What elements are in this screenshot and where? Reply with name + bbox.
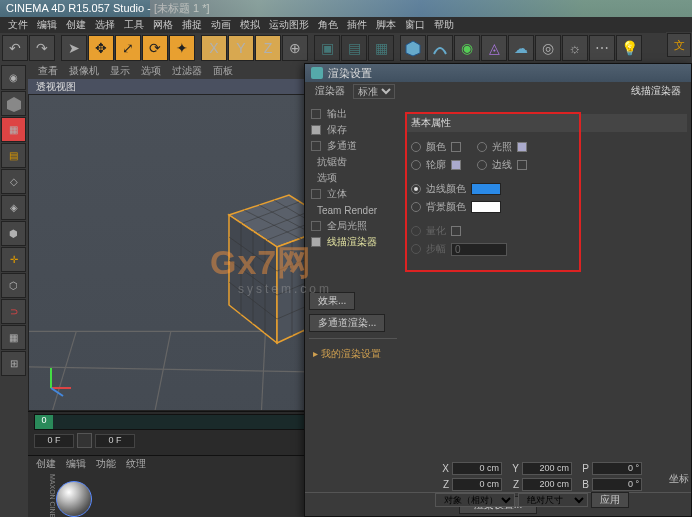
vp-tab-panel[interactable]: 面板 bbox=[213, 64, 233, 78]
vp-tab-camera[interactable]: 摄像机 bbox=[69, 64, 99, 78]
cat-stereo[interactable]: 立体 bbox=[307, 186, 399, 202]
render-settings-dialog: 渲染设置 渲染器 标准 线描渲染器 输出 保存 多通道 抗锯齿 选项 立体 Te… bbox=[304, 63, 692, 517]
menu-tools[interactable]: 工具 bbox=[124, 18, 144, 32]
camera-button[interactable]: ◎ bbox=[535, 35, 561, 61]
coord-sz-label: Z bbox=[505, 479, 519, 490]
more-button[interactable]: ⋯ bbox=[589, 35, 615, 61]
live-select-tool[interactable]: ◉ bbox=[1, 65, 26, 90]
multipass-button[interactable]: 多通道渲染... bbox=[309, 314, 385, 332]
axis-x-toggle[interactable]: X bbox=[201, 35, 227, 61]
main-menubar: 文件 编辑 创建 选择 工具 网格 捕捉 动画 模拟 运动图形 角色 插件 脚本… bbox=[0, 17, 692, 33]
goto-start-button[interactable] bbox=[77, 433, 92, 448]
coord-x-label: X bbox=[435, 463, 449, 474]
rot-p-field[interactable]: 0 ° bbox=[592, 462, 642, 475]
vp-tab-filter[interactable]: 过滤器 bbox=[172, 64, 202, 78]
cat-options[interactable]: 选项 bbox=[307, 170, 399, 186]
move-tool[interactable]: ✥ bbox=[88, 35, 114, 61]
undo-button[interactable]: ↶ bbox=[2, 35, 28, 61]
cat-multipass[interactable]: 多通道 bbox=[307, 138, 399, 154]
cat-wire-renderer[interactable]: 线描渲染器 bbox=[307, 234, 399, 250]
menu-file[interactable]: 文件 bbox=[8, 18, 28, 32]
size-y-field[interactable]: 200 cm bbox=[522, 462, 572, 475]
tip-button[interactable]: 💡 bbox=[616, 35, 642, 61]
menu-mesh[interactable]: 网格 bbox=[153, 18, 173, 32]
menu-plugins[interactable]: 插件 bbox=[347, 18, 367, 32]
cube-primitive-button[interactable] bbox=[400, 35, 426, 61]
menu-simulate[interactable]: 模拟 bbox=[240, 18, 260, 32]
redo-button[interactable]: ↷ bbox=[29, 35, 55, 61]
spline-button[interactable] bbox=[427, 35, 453, 61]
size-mode-dropdown[interactable]: 绝对尺寸 bbox=[518, 493, 588, 507]
start-frame-field[interactable]: 0 F bbox=[34, 434, 74, 448]
menu-character[interactable]: 角色 bbox=[318, 18, 338, 32]
render-view-button[interactable]: ▣ bbox=[314, 35, 340, 61]
generator-button[interactable]: ◉ bbox=[454, 35, 480, 61]
recent-tool[interactable]: ✦ bbox=[169, 35, 195, 61]
vp-tab-display[interactable]: 显示 bbox=[110, 64, 130, 78]
coord-b-label: B bbox=[575, 479, 589, 490]
size-z-field[interactable]: 200 cm bbox=[522, 478, 572, 491]
cat-output[interactable]: 输出 bbox=[307, 106, 399, 122]
settings-category-list: 输出 保存 多通道 抗锯齿 选项 立体 Team Render 全局光照 线描渲… bbox=[305, 100, 401, 492]
texture-mode-button[interactable]: ▦ bbox=[1, 117, 26, 142]
snap-button[interactable]: ▦ bbox=[1, 325, 26, 350]
coord-sy-label: Y bbox=[505, 463, 519, 474]
mat-tab-edit[interactable]: 编辑 bbox=[66, 457, 86, 471]
axis-z-toggle[interactable]: Z bbox=[255, 35, 281, 61]
rotate-tool[interactable]: ⟳ bbox=[142, 35, 168, 61]
vp-tab-options[interactable]: 选项 bbox=[141, 64, 161, 78]
mat-tab-texture[interactable]: 纹理 bbox=[126, 457, 146, 471]
coord-mode-dropdown[interactable]: 对象（相对） bbox=[435, 493, 515, 507]
scale-tool[interactable]: ⤢ bbox=[115, 35, 141, 61]
menu-window[interactable]: 窗口 bbox=[405, 18, 425, 32]
poly-mode-button[interactable]: ⬢ bbox=[1, 221, 26, 246]
layout-button[interactable]: 文 bbox=[667, 33, 691, 57]
pos-z-field[interactable]: 0 cm bbox=[452, 478, 502, 491]
coordinates-panel: X0 cm Y200 cm P0 ° Z0 cm Z200 cm B0 ° 对象… bbox=[435, 460, 683, 512]
mat-tab-function[interactable]: 功能 bbox=[96, 457, 116, 471]
cat-team-render[interactable]: Team Render bbox=[307, 202, 399, 218]
grid-button[interactable]: ⊞ bbox=[1, 351, 26, 376]
point-mode-button[interactable]: ◇ bbox=[1, 169, 26, 194]
tweak-button[interactable]: ⬡ bbox=[1, 273, 26, 298]
effects-button[interactable]: 效果... bbox=[309, 292, 355, 310]
magnet-button[interactable]: ⊃ bbox=[1, 299, 26, 324]
menu-edit[interactable]: 编辑 bbox=[37, 18, 57, 32]
my-render-settings[interactable]: ▸ 我的渲染设置 bbox=[307, 343, 399, 365]
model-mode-button[interactable] bbox=[1, 91, 26, 116]
menu-script[interactable]: 脚本 bbox=[376, 18, 396, 32]
mat-tab-create[interactable]: 创建 bbox=[36, 457, 56, 471]
workplane-button[interactable]: ▤ bbox=[1, 143, 26, 168]
menu-help[interactable]: 帮助 bbox=[434, 18, 454, 32]
dialog-titlebar[interactable]: 渲染设置 bbox=[305, 64, 691, 82]
menu-mograph[interactable]: 运动图形 bbox=[269, 18, 309, 32]
menu-create[interactable]: 创建 bbox=[66, 18, 86, 32]
axis-y-toggle[interactable]: Y bbox=[228, 35, 254, 61]
select-tool[interactable]: ➤ bbox=[61, 35, 87, 61]
playhead[interactable]: 0 bbox=[35, 415, 53, 429]
apply-button[interactable]: 应用 bbox=[591, 492, 629, 508]
material-preview-ball[interactable] bbox=[56, 481, 92, 517]
rot-b-field[interactable]: 0 ° bbox=[592, 478, 642, 491]
render-settings-button[interactable]: ▦ bbox=[368, 35, 394, 61]
environment-button[interactable]: ☁ bbox=[508, 35, 534, 61]
menu-animate[interactable]: 动画 bbox=[211, 18, 231, 32]
cat-save[interactable]: 保存 bbox=[307, 122, 399, 138]
cat-override[interactable]: 全局光照 bbox=[307, 218, 399, 234]
renderer-dropdown[interactable]: 标准 bbox=[353, 84, 395, 99]
render-pv-button[interactable]: ▤ bbox=[341, 35, 367, 61]
menu-select[interactable]: 选择 bbox=[95, 18, 115, 32]
cat-antialias[interactable]: 抗锯齿 bbox=[307, 154, 399, 170]
deformer-button[interactable]: ◬ bbox=[481, 35, 507, 61]
pos-x-field[interactable]: 0 cm bbox=[452, 462, 502, 475]
cube-icon bbox=[404, 39, 422, 57]
light-button[interactable]: ☼ bbox=[562, 35, 588, 61]
coord-system-button[interactable]: ⊕ bbox=[282, 35, 308, 61]
edge-mode-button[interactable]: ◈ bbox=[1, 195, 26, 220]
vp-tab-view[interactable]: 查看 bbox=[38, 64, 58, 78]
settings-detail-panel: 基本属性 颜色 光照 轮廓 边线 bbox=[401, 100, 691, 492]
maxon-logo: MAXON CINEMA4D bbox=[32, 474, 56, 517]
axis-mode-button[interactable]: ✛ bbox=[1, 247, 26, 272]
menu-snap[interactable]: 捕捉 bbox=[182, 18, 202, 32]
range-start-field[interactable]: 0 F bbox=[95, 434, 135, 448]
